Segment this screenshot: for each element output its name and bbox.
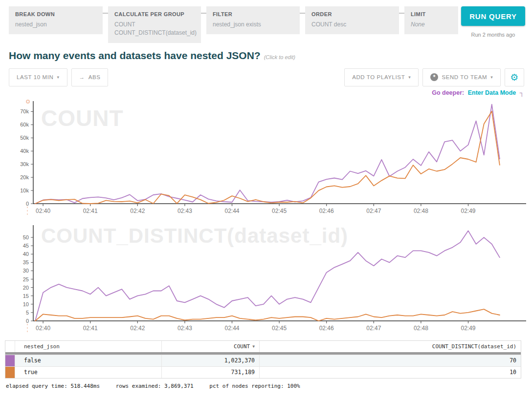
clause-limit[interactable]: LIMIT None xyxy=(404,6,458,34)
count-chart-section: COUNT 010k20k30k40k50k60k70k02:4002:4102… xyxy=(0,97,532,217)
clause-value: COUNT desc xyxy=(311,21,393,29)
swatch-column-header xyxy=(5,341,15,352)
svg-text:50k: 50k xyxy=(20,135,29,141)
svg-text:15: 15 xyxy=(23,293,29,299)
query-status-bar: elapsed query time: 518.448ms rows exami… xyxy=(6,383,532,389)
title-row: How many events and datasets have nested… xyxy=(0,50,532,62)
svg-text:50: 50 xyxy=(23,234,29,240)
svg-text:10k: 10k xyxy=(20,188,29,193)
svg-text:25: 25 xyxy=(23,276,29,282)
clause-label: ORDER xyxy=(311,11,393,17)
table-row[interactable]: true 731,189 10 xyxy=(5,366,521,378)
svg-text:0: 0 xyxy=(26,318,29,324)
svg-text:02:43: 02:43 xyxy=(177,208,192,214)
svg-text:02:43: 02:43 xyxy=(177,325,192,332)
cell-count: 1,023,370 xyxy=(162,355,260,366)
enter-data-mode-link[interactable]: Enter Data Mode xyxy=(468,89,516,96)
svg-text:40: 40 xyxy=(23,251,29,257)
elapsed-time: elapsed query time: 518.448ms xyxy=(6,383,100,389)
chevron-down-icon: ▾ xyxy=(57,75,59,80)
cell-nested-json: true xyxy=(15,367,162,378)
run-query-button[interactable]: RUN QUERY xyxy=(461,6,525,26)
pct-nodes-reporting: pct of nodes reporting: 100% xyxy=(209,383,300,389)
clause-filter[interactable]: FILTER nested_json exists xyxy=(206,6,300,34)
column-header-count[interactable]: COUNT ▼ xyxy=(162,341,260,352)
arrow-right-icon: → xyxy=(79,74,85,80)
table-row[interactable]: false 1,023,370 70 xyxy=(5,355,521,366)
svg-text:60k: 60k xyxy=(20,122,29,127)
svg-text:02:48: 02:48 xyxy=(414,325,428,332)
cell-count: 731,189 xyxy=(162,367,260,378)
svg-text:02:40: 02:40 xyxy=(36,325,50,332)
rows-examined: rows examined: 3,869,371 xyxy=(116,383,194,389)
clause-break-down[interactable]: BREAK DOWN nested_json xyxy=(9,6,103,34)
marker-dot-icon xyxy=(26,100,30,104)
send-to-team-dropdown[interactable]: * SEND TO TEAM ▾ xyxy=(422,68,501,86)
count-chart[interactable]: 010k20k30k40k50k60k70k02:4002:4102:4202:… xyxy=(0,97,528,217)
chevron-down-icon: ▾ xyxy=(490,75,493,80)
clause-connector xyxy=(300,13,305,14)
time-range-dropdown[interactable]: LAST 10 MIN ▾ xyxy=(9,68,67,86)
series-swatch xyxy=(5,367,15,378)
cell-nested-json: false xyxy=(15,355,162,366)
svg-text:02:45: 02:45 xyxy=(272,208,287,214)
svg-text:0: 0 xyxy=(26,201,29,207)
clause-order[interactable]: ORDER COUNT desc xyxy=(305,6,399,34)
svg-text:35: 35 xyxy=(23,259,29,265)
team-icon: * xyxy=(430,73,438,81)
add-to-playlist-label: ADD TO PLAYLIST xyxy=(352,74,405,80)
controls-row: LAST 10 MIN ▾ → ABS ADD TO PLAYLIST ▾ * … xyxy=(9,68,524,86)
svg-text:02:47: 02:47 xyxy=(366,208,381,214)
abs-label: ABS xyxy=(89,74,101,80)
gear-icon: ⚙ xyxy=(510,72,519,83)
svg-text:70k: 70k xyxy=(20,108,29,114)
go-deeper-label: Go deeper: xyxy=(432,89,464,96)
send-to-team-label: SEND TO TEAM xyxy=(442,74,487,80)
svg-text:20: 20 xyxy=(23,284,29,290)
column-header-count-distinct[interactable]: COUNT_DISTINCT(dataset_id) xyxy=(260,341,521,352)
svg-text:02:44: 02:44 xyxy=(224,208,239,214)
count-distinct-chart[interactable]: 0510152025303540455002:4002:4102:4202:43… xyxy=(0,220,528,335)
clause-label: LIMIT xyxy=(411,11,452,17)
svg-text:02:42: 02:42 xyxy=(130,325,145,332)
clause-value: nested_json xyxy=(15,21,96,29)
svg-text:30: 30 xyxy=(23,268,29,274)
svg-text:30k: 30k xyxy=(20,161,29,167)
abs-time-button[interactable]: → ABS xyxy=(71,68,109,86)
results-table: nested_json COUNT ▼ COUNT_DISTINCT(datas… xyxy=(5,340,521,379)
svg-text:02:48: 02:48 xyxy=(414,208,428,214)
svg-text:40k: 40k xyxy=(20,148,29,154)
svg-text:20k: 20k xyxy=(20,174,29,180)
sort-desc-icon: ▼ xyxy=(252,344,255,349)
clause-label: FILTER xyxy=(213,11,293,17)
cell-count-distinct: 10 xyxy=(260,367,521,378)
svg-text:02:46: 02:46 xyxy=(319,325,334,332)
query-builder: BREAK DOWN nested_json CALCULATE PER GRO… xyxy=(0,0,532,43)
svg-text:02:44: 02:44 xyxy=(224,325,239,332)
svg-text:02:46: 02:46 xyxy=(319,208,334,214)
svg-text:02:45: 02:45 xyxy=(272,325,287,332)
count-distinct-chart-section: COUNT_DISTINCT(dataset_id) 0510152025303… xyxy=(0,220,532,335)
svg-text:10: 10 xyxy=(23,301,29,307)
clause-value: COUNT COUNT_DISTINCT(dataset_id) xyxy=(114,21,195,38)
svg-text:02:49: 02:49 xyxy=(461,208,475,214)
page-title[interactable]: How many events and datasets have nested… xyxy=(9,50,261,61)
add-to-playlist-dropdown[interactable]: ADD TO PLAYLIST ▾ xyxy=(344,68,419,86)
clause-connector xyxy=(103,13,108,14)
svg-text:02:41: 02:41 xyxy=(83,325,98,332)
svg-text:02:41: 02:41 xyxy=(83,208,98,214)
clause-label: BREAK DOWN xyxy=(15,11,96,17)
column-header-nested-json[interactable]: nested_json xyxy=(15,341,162,352)
clause-label: CALCULATE PER GROUP xyxy=(114,11,195,17)
svg-text:02:49: 02:49 xyxy=(461,325,475,332)
last-run-timestamp: Run 2 months ago xyxy=(471,32,515,38)
settings-button[interactable]: ⚙ xyxy=(505,68,524,86)
time-range-label: LAST 10 MIN xyxy=(17,74,53,80)
clause-calculate-per-group[interactable]: CALCULATE PER GROUP COUNT COUNT_DISTINCT… xyxy=(108,6,201,43)
title-edit-hint: (Click to edit) xyxy=(264,54,295,60)
svg-text:02:40: 02:40 xyxy=(36,208,50,214)
cell-count-distinct: 70 xyxy=(260,355,521,366)
clause-value: None xyxy=(411,21,452,29)
svg-text:45: 45 xyxy=(23,243,29,249)
series-swatch xyxy=(5,355,15,366)
